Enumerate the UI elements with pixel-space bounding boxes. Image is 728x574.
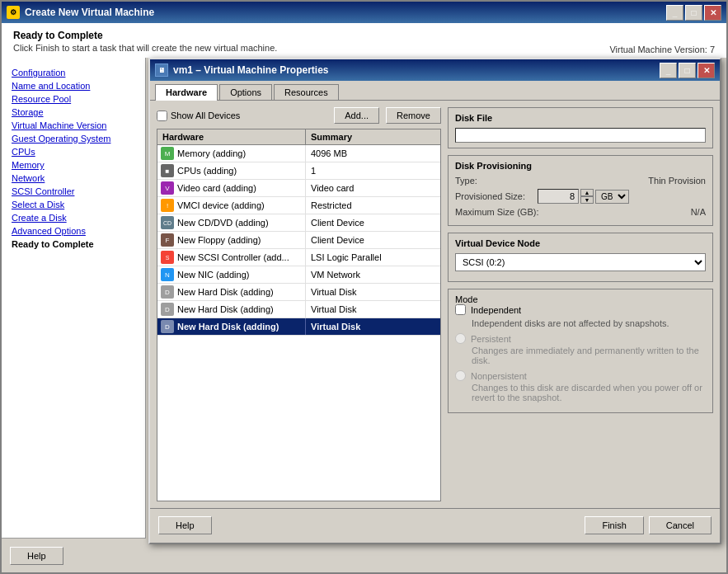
max-size-label: Maximum Size (GB): [455,207,538,217]
nonpersistent-label: Nonpersistent [471,371,527,381]
hw-summary: Client Device [306,233,440,247]
disk-file-input[interactable] [455,128,706,143]
disk-provisioning-section: Disk Provisioning Type: Thin Provision P… [448,155,713,226]
device-node-select[interactable]: SCSI (0:2) [455,253,706,271]
hw-summary: Client Device [306,216,440,229]
nonpersistent-row: Nonpersistent [455,370,706,381]
table-row[interactable]: CD New CD/DVD (adding) Client Device [157,214,440,232]
outer-maximize-button[interactable]: □ [685,5,702,21]
table-row[interactable]: N New NIC (adding) VM Network [157,266,440,284]
table-row[interactable]: S New SCSI Controller (add... LSI Logic … [157,249,440,266]
mode-section: Mode Independent Independent disks are n… [448,289,713,413]
cd-icon: CD [161,216,174,229]
hw-name: VMCI device (adding) [177,200,265,210]
scsi-icon: S [161,251,174,264]
inner-footer: Help Finish Cancel [150,508,720,541]
table-row[interactable]: F New Floppy (adding) Client Device [157,232,440,249]
nonpersistent-radio[interactable] [455,370,466,381]
provisioned-size-input[interactable] [538,189,579,204]
table-row[interactable]: D New Hard Disk (adding) Virtual Disk [157,318,440,336]
hardware-toolbar: Show All Devices Add... Remove [157,107,441,124]
cancel-button[interactable]: Cancel [649,516,712,534]
remove-button[interactable]: Remove [386,107,441,124]
outer-titlebar: ⚙ Create New Virtual Machine _ □ ✕ [2,2,726,23]
hw-name: New NIC (adding) [177,270,249,280]
video-icon: V [161,181,174,195]
sidebar-item-vm-version[interactable]: Virtual Machine Version [8,119,139,132]
type-row: Type: Thin Provision [455,176,706,186]
outer-window: ⚙ Create New Virtual Machine _ □ ✕ Ready… [0,0,728,574]
persistent-desc: Changes are immediately and permanently … [455,346,706,365]
table-row[interactable]: V Video card (adding) Video card [157,180,440,197]
sidebar-item-create-disk[interactable]: Create a Disk [8,211,139,224]
vm-version-label: Virtual Machine Version: 7 [609,45,715,54]
disk-icon: D [161,285,174,299]
outer-window-controls: _ □ ✕ [666,5,721,21]
outer-minimize-button[interactable]: _ [666,5,683,21]
sidebar-item-memory[interactable]: Memory [8,158,139,172]
hw-summary: Virtual Disk [306,320,440,333]
disk-file-section: Disk File [448,107,713,148]
persistent-row: Persistent [455,333,706,344]
hw-name: Video card (adding) [177,183,256,193]
tab-bar: Hardware Options Resources [150,81,720,101]
inner-maximize-button[interactable]: □ [679,63,696,78]
col-header-summary: Summary [306,129,440,144]
persistent-label: Persistent [471,334,511,344]
outer-help-button[interactable]: Help [10,547,63,565]
table-row[interactable]: ! VMCI device (adding) Restricted [157,197,440,214]
finish-button[interactable]: Finish [585,516,643,534]
show-all-devices-label[interactable]: Show All Devices [157,111,240,121]
col-header-hardware: Hardware [157,129,306,144]
mode-title: Mode [455,294,706,304]
sidebar-item-cpus[interactable]: CPUs [8,145,139,158]
persistent-radio[interactable] [455,333,466,344]
spinner-down[interactable]: ▼ [580,196,594,204]
max-size-row: Maximum Size (GB): N/A [455,207,706,217]
inner-window-controls: _ □ ✕ [660,63,715,78]
independent-checkbox[interactable] [455,304,466,315]
sidebar-item-select-disk[interactable]: Select a Disk [8,198,139,211]
sidebar-item-configuration[interactable]: Configuration [8,66,139,79]
sidebar-item-advanced-options[interactable]: Advanced Options [8,224,139,238]
tab-hardware[interactable]: Hardware [155,84,218,101]
hw-summary: LSI Logic Parallel [306,251,440,264]
device-node-row: SCSI (0:2) [455,253,706,271]
inner-help-button[interactable]: Help [158,516,212,534]
provisioned-size-row: Provisioned Size: ▲ ▼ GB MB [455,189,706,204]
hw-name: New Hard Disk (adding) [177,304,274,314]
inner-minimize-button[interactable]: _ [660,63,677,78]
tab-options[interactable]: Options [219,84,272,100]
sidebar-item-scsi-controller[interactable]: SCSI Controller [8,185,139,198]
hw-name: New SCSI Controller (add... [177,252,289,262]
outer-footer: Help [2,538,146,572]
outer-close-button[interactable]: ✕ [704,5,721,21]
inner-close-button[interactable]: ✕ [697,63,715,78]
memory-icon: M [161,147,174,160]
sidebar-item-resource-pool[interactable]: Resource Pool [8,92,139,106]
hw-summary: Video card [306,181,440,195]
hw-name: Memory (adding) [177,148,246,158]
sidebar-item-network[interactable]: Network [8,172,139,185]
table-row[interactable]: ■ CPUs (adding) 1 [157,162,440,180]
sidebar-item-storage[interactable]: Storage [8,106,139,119]
disk-file-title: Disk File [455,113,706,123]
tab-resources[interactable]: Resources [274,84,339,100]
add-button[interactable]: Add... [334,107,379,124]
size-unit-select[interactable]: GB MB [595,190,629,204]
sidebar-item-name-location[interactable]: Name and Location [8,79,139,92]
spinner-up[interactable]: ▲ [580,189,594,196]
type-value: Thin Provision [538,176,706,186]
sidebar-item-ready-to-complete[interactable]: Ready to Complete [8,238,139,251]
table-row[interactable]: D New Hard Disk (adding) Virtual Disk [157,301,440,318]
virtual-device-node-title: Virtual Device Node [455,238,706,248]
sidebar-item-guest-os[interactable]: Guest Operating System [8,132,139,145]
table-row[interactable]: M Memory (adding) 4096 MB [157,145,440,162]
hw-name: New Hard Disk (adding) [177,287,274,297]
show-all-devices-checkbox[interactable] [157,111,167,121]
hw-summary: Restricted [306,199,440,212]
nic-icon: N [161,268,174,281]
hardware-table-header: Hardware Summary [157,129,440,145]
table-row[interactable]: D New Hard Disk (adding) Virtual Disk [157,284,440,301]
max-size-value: N/A [538,207,706,217]
